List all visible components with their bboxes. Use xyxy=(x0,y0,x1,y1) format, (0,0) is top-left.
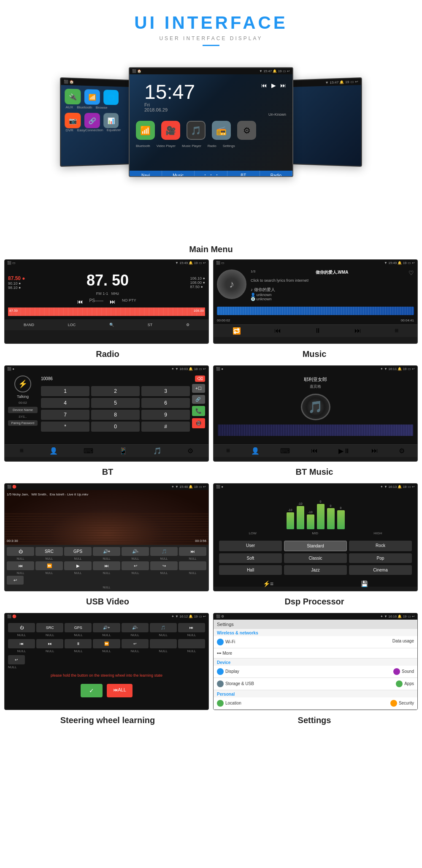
music-next-skip-btn[interactable]: ⏭ xyxy=(354,327,361,335)
sw-vol-dn[interactable]: 🔊- xyxy=(122,623,149,632)
sw-power[interactable]: ⏻ xyxy=(8,623,35,632)
music-pause-btn[interactable]: ⏸ xyxy=(314,327,321,335)
preset-jazz[interactable]: Jazz xyxy=(284,565,347,575)
settings-radio-btn[interactable]: ⚙ xyxy=(186,323,189,327)
bt-contact-icon[interactable]: 👤 xyxy=(49,447,58,455)
bt-music-keyboard[interactable]: ⌨ xyxy=(280,447,290,455)
nav-radio[interactable]: Radio xyxy=(260,171,292,177)
prev-track-btn[interactable]: ⏮ xyxy=(261,82,267,89)
band-btn[interactable]: BAND xyxy=(24,323,34,327)
usb-vol-up-btn[interactable]: 🔊+ xyxy=(93,547,120,556)
bt-delete-btn[interactable]: ⌫ xyxy=(195,375,205,382)
key-0[interactable]: 0 xyxy=(91,422,140,432)
preset-rock[interactable]: Rock xyxy=(349,541,412,551)
sw-note[interactable]: 🎵 xyxy=(150,623,177,632)
music-repeat-btn[interactable]: 🔁 xyxy=(233,327,241,335)
pairing-password-btn[interactable]: Pairing Password xyxy=(8,420,38,426)
radio-next-btn[interactable]: ⏭ xyxy=(110,298,116,305)
sw-pause[interactable]: ⏸ xyxy=(65,639,92,648)
storage-row[interactable]: Storage & USB Apps xyxy=(214,678,417,690)
preset-classic[interactable]: Classic xyxy=(284,553,347,563)
play-btn[interactable]: ▶ xyxy=(271,82,276,89)
bt-music-next[interactable]: ⏭ xyxy=(371,447,378,455)
key-hash[interactable]: # xyxy=(141,422,190,432)
sw-fwd[interactable]: ⏭ xyxy=(178,623,205,632)
bt-music-settings[interactable]: ⚙ xyxy=(399,447,405,455)
video-app[interactable]: 🎥 xyxy=(161,121,180,140)
next-track-btn[interactable]: ⏭ xyxy=(280,82,286,89)
sw-confirm-btn[interactable]: ✓ xyxy=(81,684,103,697)
usb-next-btn[interactable]: ⏭ xyxy=(93,561,120,570)
usb-skip-btn[interactable]: ⏭ xyxy=(179,547,206,556)
key-star[interactable]: * xyxy=(41,422,89,432)
usb-vol-down-btn[interactable]: 🔊- xyxy=(122,547,149,556)
sw-back[interactable]: ↩ xyxy=(122,639,149,648)
bt-settings-icon[interactable]: ⚙ xyxy=(187,447,193,455)
usb-src-btn[interactable]: SRC xyxy=(35,547,63,556)
key-6[interactable]: 6 xyxy=(141,398,190,408)
bluetooth-icon[interactable]: 📶 xyxy=(84,89,100,105)
sw-vol-up[interactable]: 🔊+ xyxy=(93,623,120,632)
bt-music-icon-bottom[interactable]: 🎵 xyxy=(153,447,162,455)
usb-back-btn[interactable]: ↩ xyxy=(122,561,149,570)
bt-music-play[interactable]: ▶⏸ xyxy=(338,447,350,455)
key-5[interactable]: 5 xyxy=(91,398,140,408)
aux-icon[interactable]: 🔌 xyxy=(65,89,81,104)
usb-gps-btn[interactable]: GPS xyxy=(64,547,92,556)
sw-src[interactable]: SRC xyxy=(36,623,63,632)
music-list-btn[interactable]: ≡ xyxy=(395,327,398,335)
dsp-save-icon[interactable]: 💾 xyxy=(361,580,368,587)
browser-icon[interactable]: 🌐 xyxy=(103,90,119,105)
sw-prev[interactable]: ⏮ xyxy=(8,639,35,648)
easyconnect-icon[interactable]: 🔗 xyxy=(84,113,100,128)
bt-keyboard-icon[interactable]: ⌨ xyxy=(84,447,93,455)
key-4[interactable]: 4 xyxy=(41,398,89,408)
equalizer-icon[interactable]: 📊 xyxy=(103,113,119,128)
bt-music-contact[interactable]: 👤 xyxy=(251,447,260,455)
settings-app[interactable]: ⚙ xyxy=(237,121,256,140)
end-call-btn[interactable]: 📵 xyxy=(192,418,205,428)
nav-bt[interactable]: BT xyxy=(227,171,260,177)
preset-soft[interactable]: Soft xyxy=(219,553,282,563)
sw-return[interactable]: ↩ xyxy=(8,655,25,664)
bt-music-list[interactable]: ≡ xyxy=(226,447,230,455)
radio-app[interactable]: 📻 xyxy=(212,121,231,140)
usb-rev-btn[interactable]: ↪ xyxy=(150,561,178,570)
bluetooth-app[interactable]: 📶 xyxy=(136,121,155,140)
display-row[interactable]: Display Sound xyxy=(214,666,417,678)
bt-music-prev[interactable]: ⏮ xyxy=(311,447,318,455)
sw-next[interactable]: ⏭ xyxy=(36,639,63,648)
key-3[interactable]: 3 xyxy=(141,386,190,396)
usb-prev-btn[interactable]: ⏮ xyxy=(7,561,34,570)
nav-apps[interactable]: ⋮⋮⋮ xyxy=(195,171,227,177)
preset-pop[interactable]: Pop xyxy=(349,553,412,563)
nav-music[interactable]: Music xyxy=(162,171,195,177)
usb-play-btn[interactable]: ▶ xyxy=(64,561,92,570)
music-app[interactable]: 🎵 xyxy=(187,121,206,140)
key-2[interactable]: 2 xyxy=(91,386,140,396)
sw-cancel-btn[interactable]: ⏮ALL xyxy=(107,684,133,697)
key-1[interactable]: 1 xyxy=(41,386,89,396)
location-row[interactable]: Location Security xyxy=(214,697,417,710)
add-contact-btn[interactable]: +☐ xyxy=(192,384,205,393)
dvr-icon[interactable]: 📷 xyxy=(65,113,81,128)
st-btn[interactable]: ST xyxy=(148,323,153,327)
loc-btn[interactable]: LOC xyxy=(68,323,76,327)
bt-list-icon[interactable]: ≡ xyxy=(20,447,24,455)
nav-navi[interactable]: Navi xyxy=(130,171,162,177)
device-name-btn[interactable]: Device Name xyxy=(8,407,38,413)
wifi-row[interactable]: Wi-Fi Data usage xyxy=(214,636,417,648)
dsp-eq-icon[interactable]: ⚡≡ xyxy=(263,580,273,587)
key-8[interactable]: 8 xyxy=(91,410,140,420)
usb-music-btn[interactable]: 🎵 xyxy=(150,547,178,556)
link-btn[interactable]: 🔗 xyxy=(192,395,205,404)
key-9[interactable]: 9 xyxy=(141,410,190,420)
preset-user[interactable]: User xyxy=(219,541,282,551)
usb-power-btn[interactable]: ⏻ xyxy=(7,547,34,556)
sw-ffwd[interactable]: ⏩ xyxy=(93,639,120,648)
preset-cinema[interactable]: Cinema xyxy=(349,565,412,575)
bt-phone-icon[interactable]: 📱 xyxy=(119,447,127,455)
more-row[interactable]: ••• More xyxy=(214,648,417,658)
preset-hall[interactable]: Hall xyxy=(219,565,282,575)
key-7[interactable]: 7 xyxy=(41,410,89,420)
